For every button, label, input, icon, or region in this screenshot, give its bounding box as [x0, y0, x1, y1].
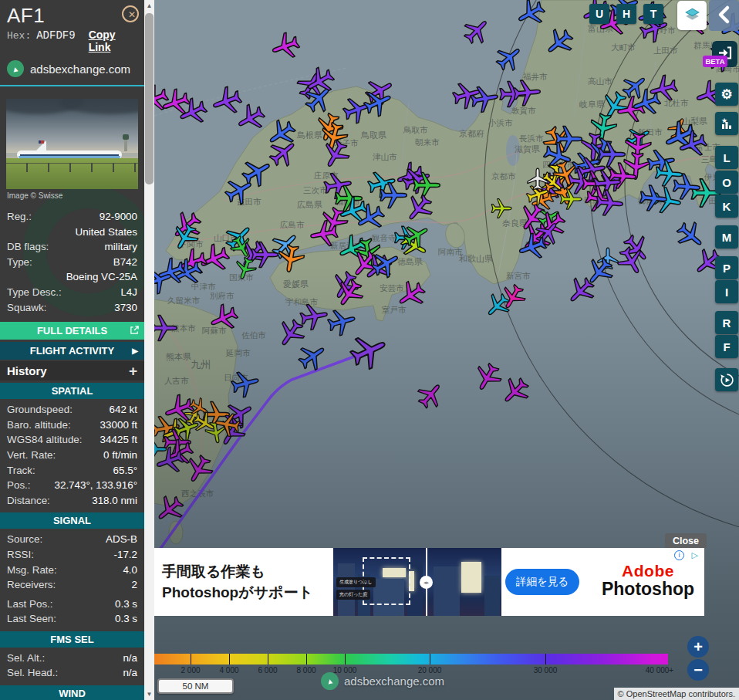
legend-tick-label: 30 000: [534, 666, 558, 675]
legend-tick: [345, 654, 346, 664]
aircraft-info-rows: Reg.:92-9000United StatesDB flags:milita…: [0, 209, 144, 315]
legend-tick-label: 6 000: [258, 666, 277, 675]
beta-badge: BETA: [703, 56, 727, 67]
detail-row: WGS84 altitude:34425 ft: [0, 432, 144, 448]
collapse-sidebar-button[interactable]: [709, 0, 739, 31]
ad-cta-button[interactable]: 詳細を見る: [505, 569, 579, 595]
detail-label: WGS84 altitude:: [7, 432, 83, 448]
detail-value: 65.5°: [113, 463, 137, 479]
detail-row: Track:65.5°: [0, 463, 144, 479]
legend-tick: [430, 654, 430, 664]
zoom-out-button[interactable]: −: [687, 659, 709, 681]
map-toggle-t[interactable]: T: [643, 4, 663, 24]
map-place-label: 京都府: [459, 129, 484, 138]
rail-button-settings[interactable]: ⚙: [715, 83, 738, 106]
scroll-down-icon[interactable]: ▼: [144, 691, 154, 698]
detail-value: -17.2: [113, 547, 137, 563]
full-details-label: FULL DETAILS: [37, 325, 107, 336]
map-place-label: 和歌山県: [459, 254, 493, 263]
info-value: 3730: [114, 300, 137, 316]
map-place-label: 阿蘇市: [202, 326, 227, 335]
legend-tick: [191, 654, 191, 664]
section-header-signal: SIGNAL: [0, 512, 144, 529]
map-place-label: 佐伯市: [241, 330, 266, 340]
map-place-label: 広島市: [280, 220, 305, 229]
map-place-label: 敦賀市: [511, 106, 536, 115]
detail-row: Vert. Rate:0 ft/min: [0, 448, 144, 463]
map-toggle-h[interactable]: H: [616, 4, 636, 24]
map-place-label: 延岡市: [225, 348, 251, 357]
rail-button-replay[interactable]: [715, 368, 738, 391]
ad-compare-handle[interactable]: ◂▸: [420, 576, 433, 589]
rail-button-labels[interactable]: L: [715, 146, 738, 169]
map-place-label: 愛媛県: [283, 279, 309, 289]
close-panel-button[interactable]: ✕: [122, 5, 139, 22]
scroll-up-icon[interactable]: ▲: [144, 2, 154, 9]
ad-close-button[interactable]: Close: [665, 533, 707, 548]
rail-button-stats[interactable]: ★: [715, 112, 738, 135]
plus-icon: +: [129, 363, 137, 380]
rail-button-overlays[interactable]: O: [715, 171, 738, 194]
detail-label: Sel. Head.:: [7, 665, 58, 681]
detail-row: Baro. altitude:33000 ft: [0, 418, 144, 433]
info-row: Type:B742: [0, 255, 144, 270]
flight-activity-button[interactable]: FLIGHT ACTIVITY ▶: [0, 342, 144, 360]
detail-row: Sel. Alt.:n/a: [0, 651, 144, 666]
rail-button-military[interactable]: M: [715, 225, 738, 249]
control-tower: [124, 139, 127, 151]
map-place-label: 新宮市: [506, 271, 531, 280]
detail-row: Source:ADS-B: [0, 532, 144, 547]
map-place-label: 別府市: [210, 291, 235, 300]
osm-attribution[interactable]: © OpenStreetMap contributors.: [614, 688, 739, 700]
info-label: Reg.:: [7, 209, 32, 225]
ad-headline-line1: 手間取る作業も: [162, 561, 336, 582]
rail-button-reset[interactable]: R: [715, 311, 738, 334]
info-label: Type Desc.:: [7, 285, 62, 300]
history-button[interactable]: History +: [0, 361, 144, 380]
rail-button-persistence[interactable]: P: [715, 256, 738, 279]
section-rows: Groundspeed:642 ktBaro. altitude:33000 f…: [0, 399, 144, 510]
map-scale: 50 NM: [157, 678, 234, 694]
scrollbar-thumb[interactable]: [145, 13, 154, 184]
info-value: Boeing VC-25A: [66, 269, 137, 285]
ad-chip-lit-windows: 光の灯った窓: [336, 590, 370, 600]
divider: [0, 85, 144, 86]
detail-value: 2: [132, 577, 137, 593]
altitude-legend-bar: [154, 654, 668, 664]
map-place-label: 広島県: [297, 200, 322, 209]
map-place-label: 岐阜県: [579, 100, 605, 109]
watermark-text: adsbexchange.com: [344, 675, 444, 688]
detail-row: Last Pos.:0.3 s: [0, 597, 144, 612]
ad-banner[interactable]: 手間取る作業も Photoshopがサポート 生成塗りつぶし 光の灯った窓 ◂▸…: [154, 548, 704, 616]
rail-button-isolate[interactable]: I: [715, 280, 738, 303]
layers-button[interactable]: [677, 1, 707, 30]
detail-label: Msg. Rate:: [7, 563, 57, 578]
ad-choices-icon[interactable]: ▷: [692, 550, 698, 560]
adsbexchange-logo-icon: ▲: [7, 60, 24, 77]
detail-label: Sel. Alt.:: [7, 651, 45, 666]
aircraft-photo[interactable]: [6, 99, 138, 189]
detail-value: 4.0: [123, 563, 137, 578]
detail-value: n/a: [123, 651, 137, 666]
map-place-label: 京都市: [491, 171, 516, 181]
rail-button-k-toggle[interactable]: K: [715, 194, 738, 218]
hex-code: ADFDF9: [36, 29, 75, 42]
full-details-button[interactable]: FULL DETAILS: [0, 322, 144, 340]
map-toggle-u[interactable]: U: [589, 4, 609, 24]
detail-label: Groundspeed:: [7, 402, 73, 418]
ad-info-icon[interactable]: i: [674, 550, 684, 560]
replay-icon: [720, 373, 734, 387]
layers-icon: [682, 4, 703, 27]
rail-button-follow[interactable]: F: [715, 335, 738, 358]
copy-link[interactable]: Copy Link: [89, 29, 137, 53]
map[interactable]: 島根県鳥取県鳥取市朝来市米子市津山市庄原市三次市福山市広島県広島市益田市山口市下…: [154, 0, 739, 700]
map-place-label: 津山市: [373, 152, 397, 161]
logo-plane-glyph: ▲: [326, 676, 335, 686]
sidebar-scrollbar[interactable]: ▲ ▼: [144, 0, 154, 700]
legend-tick-label: 2 000: [181, 666, 200, 675]
detail-row: Last Seen:0.3 s: [0, 611, 144, 627]
zoom-in-button[interactable]: +: [687, 636, 709, 658]
map-place-label: 滋賀県: [515, 144, 540, 154]
detail-value: 642 kt: [110, 402, 137, 418]
ad-brand-adobe: Adobe: [598, 562, 698, 580]
